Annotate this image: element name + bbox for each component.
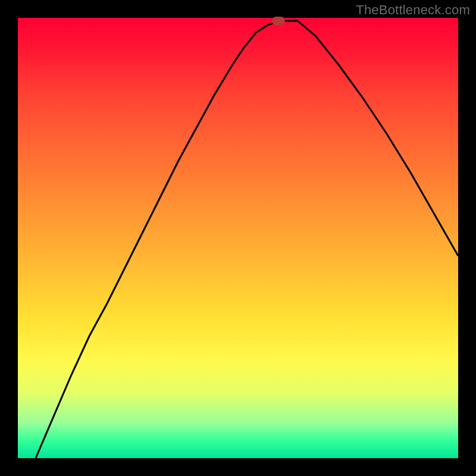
watermark-text: TheBottleneck.com xyxy=(356,2,470,18)
bottleneck-marker xyxy=(272,17,285,25)
curve-svg xyxy=(18,18,458,458)
bottleneck-curve xyxy=(36,21,458,458)
plot-area xyxy=(18,18,458,458)
chart-frame: TheBottleneck.com xyxy=(0,0,476,476)
